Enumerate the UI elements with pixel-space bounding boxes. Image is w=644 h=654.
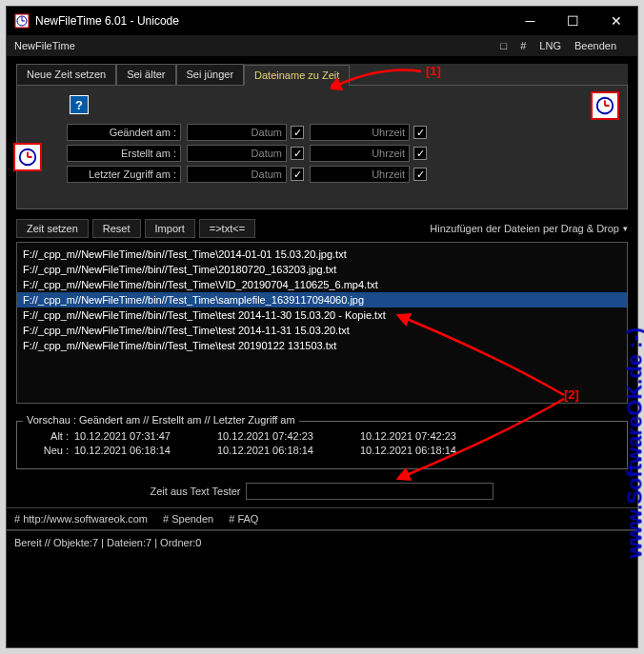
row-modified: Geändert am : Datum ✓ Uhrzeit ✓ xyxy=(29,124,615,141)
set-time-button[interactable]: Zeit setzen xyxy=(16,219,89,238)
preview-old-modified: 10.12.2021 07:31:47 xyxy=(74,430,217,442)
app-icon xyxy=(14,13,30,29)
close-button[interactable]: ✕ xyxy=(594,7,637,35)
preview-old-created: 10.12.2021 07:42:23 xyxy=(217,430,360,442)
label-accessed: Letzter Zugriff am : xyxy=(67,166,181,183)
minimize-button[interactable]: ─ xyxy=(509,7,552,35)
preview-old-accessed: 10.12.2021 07:42:23 xyxy=(360,430,503,442)
check-modified-time[interactable]: ✓ xyxy=(413,126,427,139)
file-list[interactable]: F://_cpp_m//NewFileTime//bin//Test_Time\… xyxy=(16,242,628,404)
reset-button[interactable]: Reset xyxy=(92,219,141,238)
tester-input[interactable] xyxy=(246,483,493,500)
input-accessed-date[interactable]: Datum xyxy=(187,166,287,183)
preview-new-accessed: 10.12.2021 06:18:14 xyxy=(360,445,503,456)
preview-box: Vorschau : Geändert am // Erstellt am //… xyxy=(16,421,628,469)
input-modified-date[interactable]: Datum xyxy=(187,124,287,141)
window-title: NewFileTime 6.01 - Unicode xyxy=(35,14,509,28)
footer-donate[interactable]: # Spenden xyxy=(163,513,213,525)
clock-icon xyxy=(13,143,42,171)
preview-new-label: Neu : xyxy=(25,445,74,456)
list-item[interactable]: F://_cpp_m//NewFileTime//bin//Test_Time\… xyxy=(17,338,627,353)
menu-app[interactable]: NewFileTime xyxy=(14,40,75,51)
tab-filename-to-time[interactable]: Dateiname zu Zeit xyxy=(244,65,350,86)
input-created-time[interactable]: Uhrzeit xyxy=(310,145,410,162)
import-button[interactable]: Import xyxy=(145,219,195,238)
check-accessed-date[interactable]: ✓ xyxy=(291,168,304,181)
maximize-button[interactable]: ☐ xyxy=(552,7,594,35)
input-created-date[interactable]: Datum xyxy=(187,145,287,162)
list-item[interactable]: F://_cpp_m//NewFileTime//bin//Test_Time\… xyxy=(17,292,627,307)
preview-old-label: Alt : xyxy=(25,430,74,442)
clock-icon xyxy=(591,91,619,120)
tab-panel: ? Geändert am : Datum ✓ Uhrzeit ✓ Erstel… xyxy=(16,86,628,209)
check-created-time[interactable]: ✓ xyxy=(413,147,427,160)
txt-button[interactable]: =>txt<= xyxy=(199,219,255,238)
preview-new-modified: 10.12.2021 06:18:14 xyxy=(74,445,217,456)
list-item[interactable]: F://_cpp_m//NewFileTime//bin//Test_Time\… xyxy=(17,262,627,277)
label-created: Erstellt am : xyxy=(67,145,181,162)
app-window: NewFileTime 6.01 - Unicode ─ ☐ ✕ NewFile… xyxy=(6,6,638,648)
footer-links: # http://www.softwareok.com # Spenden # … xyxy=(7,507,637,530)
button-row: Zeit setzen Reset Import =>txt<= Hinzufü… xyxy=(16,219,628,238)
list-item[interactable]: F://_cpp_m//NewFileTime//bin//Test_Time\… xyxy=(17,307,627,323)
tester-row: Zeit aus Text Tester xyxy=(16,483,628,500)
preview-new-created: 10.12.2021 06:18:14 xyxy=(217,445,360,456)
menu-exit[interactable]: Beenden xyxy=(574,40,616,51)
row-accessed: Letzter Zugriff am : Datum ✓ Uhrzeit ✓ xyxy=(29,166,615,183)
list-item[interactable]: F://_cpp_m//NewFileTime//bin//Test_Time\… xyxy=(17,323,627,338)
list-item[interactable]: F://_cpp_m//NewFileTime//bin//Test_Time\… xyxy=(17,277,627,292)
annotation-1: [1] xyxy=(426,64,441,78)
tab-set-time[interactable]: Neue Zeit setzen xyxy=(16,64,116,85)
footer-url[interactable]: # http://www.softwareok.com xyxy=(14,513,148,525)
drag-drop-hint[interactable]: Hinzufügen der Dateien per Drag & Drop xyxy=(430,223,628,234)
label-modified: Geändert am : xyxy=(67,124,181,141)
menu-hash[interactable]: # xyxy=(520,40,526,51)
tab-be-older[interactable]: Sei älter xyxy=(116,64,175,85)
titlebar[interactable]: NewFileTime 6.01 - Unicode ─ ☐ ✕ xyxy=(7,7,637,35)
help-icon[interactable]: ? xyxy=(70,95,89,114)
input-accessed-time[interactable]: Uhrzeit xyxy=(310,166,410,183)
preview-header: Vorschau : Geändert am // Erstellt am //… xyxy=(23,414,299,426)
menu-lng[interactable]: LNG xyxy=(539,40,561,51)
check-created-date[interactable]: ✓ xyxy=(291,147,304,160)
tester-label: Zeit aus Text Tester xyxy=(151,486,241,497)
check-accessed-time[interactable]: ✓ xyxy=(413,168,427,181)
preview-row-new: Neu : 10.12.2021 06:18:14 10.12.2021 06:… xyxy=(25,445,619,456)
menu-box[interactable]: □ xyxy=(501,40,508,51)
row-created: Erstellt am : Datum ✓ Uhrzeit ✓ xyxy=(29,145,615,162)
list-item[interactable]: F://_cpp_m//NewFileTime//bin//Test_Time\… xyxy=(17,247,627,262)
menubar: NewFileTime □ # LNG Beenden xyxy=(7,35,637,56)
statusbar: Bereit // Objekte:7 | Dateien:7 | Ordner… xyxy=(7,530,637,548)
annotation-2: [2] xyxy=(564,387,579,402)
watermark: www.SoftwareOK.de :-) xyxy=(622,327,644,558)
preview-row-old: Alt : 10.12.2021 07:31:47 10.12.2021 07:… xyxy=(25,430,619,442)
input-modified-time[interactable]: Uhrzeit xyxy=(310,124,410,141)
tab-be-younger[interactable]: Sei jünger xyxy=(176,64,245,85)
check-modified-date[interactable]: ✓ xyxy=(291,126,304,139)
tabstrip: Neue Zeit setzen Sei älter Sei jünger Da… xyxy=(16,64,628,86)
footer-faq[interactable]: # FAQ xyxy=(229,513,258,525)
